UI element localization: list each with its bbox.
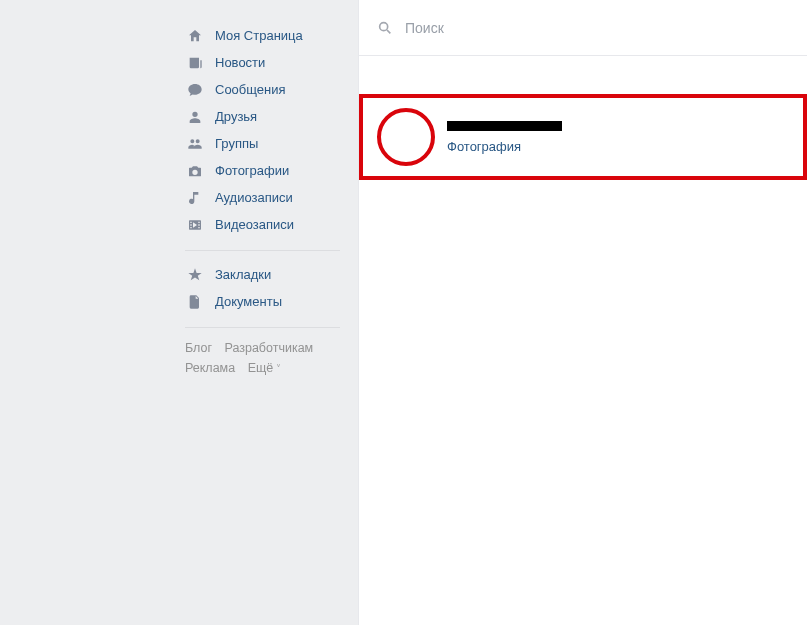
search-bar xyxy=(359,0,807,56)
nav-label: Сообщения xyxy=(215,82,286,97)
search-input[interactable] xyxy=(405,20,605,36)
footer-blog[interactable]: Блог xyxy=(185,341,212,355)
nav-groups[interactable]: Группы xyxy=(185,130,358,157)
groups-icon xyxy=(185,136,205,152)
nav-label: Закладки xyxy=(215,267,271,282)
home-icon xyxy=(185,28,205,44)
videos-icon xyxy=(185,217,205,233)
nav-label: Группы xyxy=(215,136,258,151)
photos-icon xyxy=(185,163,205,179)
nav-messages[interactable]: Сообщения xyxy=(185,76,358,103)
nav-label: Видеозаписи xyxy=(215,217,294,232)
nav-bookmarks[interactable]: Закладки xyxy=(185,261,358,288)
nav-photos[interactable]: Фотографии xyxy=(185,157,358,184)
nav-my-page[interactable]: Моя Страница xyxy=(185,22,358,49)
avatar xyxy=(377,108,435,166)
nav-videos[interactable]: Видеозаписи xyxy=(185,211,358,238)
svg-line-1 xyxy=(387,30,390,33)
nav-documents[interactable]: Документы xyxy=(185,288,358,315)
result-name-redacted xyxy=(447,121,562,131)
nav-divider xyxy=(185,250,340,251)
music-icon xyxy=(185,190,205,206)
nav-label: Фотографии xyxy=(215,163,289,178)
result-text: Фотография xyxy=(447,121,562,154)
nav-music[interactable]: Аудиозаписи xyxy=(185,184,358,211)
friends-icon xyxy=(185,109,205,125)
footer-developers[interactable]: Разработчикам xyxy=(225,341,314,355)
nav-label: Аудиозаписи xyxy=(215,190,293,205)
footer-more[interactable]: Ещё xyxy=(248,361,281,375)
documents-icon xyxy=(185,294,205,310)
sidebar: Моя Страница Новости Сообщения Друзья Гр… xyxy=(0,0,358,625)
search-result-item[interactable]: Фотография xyxy=(359,94,807,180)
main-panel: Фотография xyxy=(358,0,807,625)
news-icon xyxy=(185,55,205,71)
nav-label: Моя Страница xyxy=(215,28,303,43)
nav-divider-2 xyxy=(185,327,340,328)
footer-ads[interactable]: Реклама xyxy=(185,361,235,375)
search-icon xyxy=(377,20,393,36)
bookmarks-icon xyxy=(185,267,205,283)
nav-label: Документы xyxy=(215,294,282,309)
search-results: Фотография xyxy=(359,56,807,180)
nav-label: Друзья xyxy=(215,109,257,124)
nav-news[interactable]: Новости xyxy=(185,49,358,76)
nav-label: Новости xyxy=(215,55,265,70)
svg-point-0 xyxy=(380,22,388,30)
nav-friends[interactable]: Друзья xyxy=(185,103,358,130)
messages-icon xyxy=(185,82,205,98)
footer-links: Блог Разработчикам Реклама Ещё xyxy=(185,338,358,379)
result-subtitle: Фотография xyxy=(447,139,562,154)
